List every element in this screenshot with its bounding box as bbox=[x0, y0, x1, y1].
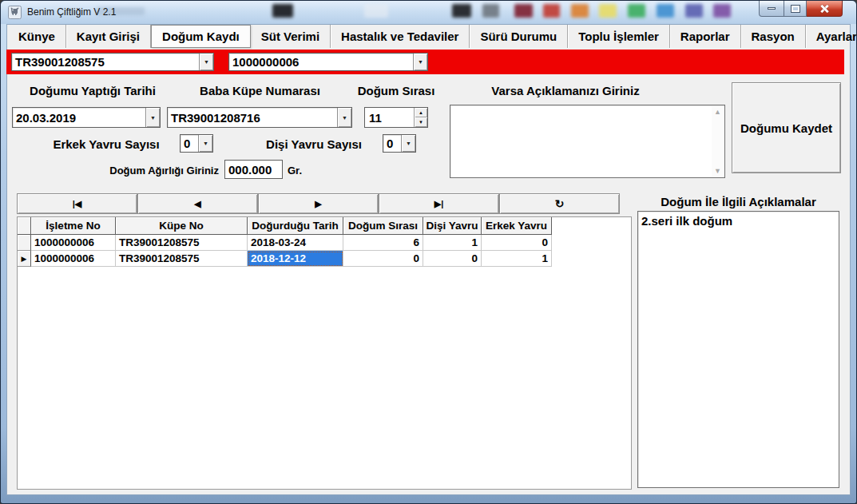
animal-tag-value: TR39001208575 bbox=[12, 54, 199, 70]
maximize-button[interactable] bbox=[784, 1, 807, 17]
tab-ayarlar[interactable]: Ayarlar bbox=[806, 25, 857, 48]
save-birth-button[interactable]: Doğumu Kaydet bbox=[732, 82, 841, 173]
column-header-erkek-yavru[interactable]: Erkek Yavru bbox=[482, 217, 552, 235]
grid-cell[interactable]: 0 bbox=[482, 235, 552, 251]
grid-cell[interactable]: 6 bbox=[343, 235, 423, 251]
grid-cell[interactable]: 1 bbox=[423, 235, 482, 251]
grid-cell-selected[interactable]: 2018-12-12 bbox=[248, 251, 343, 267]
birth-notes-text: 2.seri ilk doğum bbox=[641, 214, 732, 228]
spin-up-button[interactable]: ▲ bbox=[415, 108, 427, 117]
notes-textarea[interactable]: ▲ ▼ bbox=[450, 105, 725, 178]
nav-first-icon: |◀ bbox=[73, 199, 82, 209]
grid-cell[interactable]: 0 bbox=[343, 251, 423, 267]
notes-label: Varsa Açıklamanızı Giriniz bbox=[478, 84, 653, 97]
male-count-label: Erkek Yavru Sayısı bbox=[39, 137, 173, 151]
grid-cell[interactable]: TR39001208575 bbox=[116, 251, 248, 267]
dropdown-icon[interactable]: ▼ bbox=[199, 54, 213, 70]
column-header-disi-yavru[interactable]: Dişi Yavru bbox=[423, 217, 482, 235]
close-button[interactable] bbox=[807, 1, 843, 17]
tab-raporlar[interactable]: Raporlar bbox=[670, 25, 741, 48]
animal-tag-combobox[interactable]: TR39001208575 ▼ bbox=[11, 53, 214, 71]
birth-order-value: 11 bbox=[365, 108, 414, 127]
birth-notes-box[interactable]: 2.seri ilk doğum bbox=[637, 211, 839, 488]
grid-cell[interactable]: 1 bbox=[482, 251, 552, 267]
nav-previous-icon: ◀ bbox=[194, 199, 200, 209]
current-row-marker-icon: ▶ bbox=[18, 251, 31, 267]
tab-kunye[interactable]: Künye bbox=[8, 25, 66, 48]
nav-previous-button[interactable]: ◀ bbox=[137, 193, 258, 214]
dropdown-icon[interactable]: ▼ bbox=[337, 108, 351, 127]
titlebar[interactable]: Benim Çiftliğim V 2.1 bbox=[1, 1, 856, 24]
side-panel-title: Doğum İle İlgili Açıklamalar bbox=[637, 195, 839, 208]
scroll-up-icon[interactable]: ▲ bbox=[714, 108, 721, 116]
row-marker bbox=[18, 235, 31, 251]
tab-rasyon[interactable]: Rasyon bbox=[741, 25, 806, 48]
notes-scrollbar: ▲ ▼ bbox=[712, 106, 724, 177]
birth-date-label: Doğumu Yaptığı Tarihi bbox=[13, 84, 173, 97]
column-header-dogurdugu-tarih[interactable]: Doğurduğu Tarih bbox=[248, 217, 343, 235]
window-title: Benim Çiftliğim V 2.1 bbox=[27, 6, 116, 18]
male-count-combobox[interactable]: 0 ▼ bbox=[180, 134, 213, 153]
records-grid: İşletme No Küpe No Doğurduğu Tarih Doğum… bbox=[17, 216, 632, 490]
birth-date-value: 20.03.2019 bbox=[13, 108, 145, 127]
dropdown-icon[interactable]: ▼ bbox=[198, 135, 212, 152]
farm-no-value: 1000000006 bbox=[229, 54, 413, 70]
tab-kayit-girisi[interactable]: Kayıt Girişi bbox=[66, 25, 151, 48]
minimize-icon bbox=[768, 7, 776, 10]
refresh-icon: ↻ bbox=[555, 197, 565, 210]
dropdown-icon[interactable]: ▼ bbox=[145, 108, 160, 127]
tab-hastalik-ve-tedaviler[interactable]: Hastalık ve Tedaviler bbox=[331, 25, 470, 48]
dropdown-icon[interactable]: ▼ bbox=[401, 135, 415, 152]
grid-cell[interactable]: 0 bbox=[423, 251, 482, 267]
father-tag-label: Baba Küpe Numarası bbox=[187, 84, 333, 97]
column-header-isletme-no[interactable]: İşletme No bbox=[31, 217, 116, 235]
grid-cell[interactable]: TR39001208575 bbox=[116, 235, 248, 251]
male-count-value: 0 bbox=[181, 135, 198, 152]
female-count-label: Dişi Yavru Sayısı bbox=[253, 137, 375, 151]
nav-next-button[interactable]: ▶ bbox=[258, 193, 379, 214]
dropdown-icon[interactable]: ▼ bbox=[413, 54, 427, 70]
farm-no-combobox[interactable]: 1000000006 ▼ bbox=[228, 53, 428, 71]
app-window: Benim Çiftliğim V 2.1 Künye Kayıt Girişi… bbox=[0, 0, 857, 504]
weight-label: Doğum Ağırlığı Giriniz bbox=[99, 165, 219, 177]
nav-last-icon: ▶| bbox=[434, 199, 444, 209]
female-count-value: 0 bbox=[383, 135, 401, 152]
female-count-combobox[interactable]: 0 ▼ bbox=[383, 134, 416, 153]
birth-date-combobox[interactable]: 20.03.2019 ▼ bbox=[12, 107, 161, 128]
tab-dogum-kaydi[interactable]: Doğum Kaydı bbox=[151, 25, 251, 48]
tab-toplu-islemler[interactable]: Toplu İşlemler bbox=[568, 25, 670, 48]
column-header-dogum-sirasi[interactable]: Doğum Sırası bbox=[343, 217, 423, 235]
tab-suru-durumu[interactable]: Sürü Durumu bbox=[470, 25, 568, 48]
maximize-icon bbox=[792, 6, 799, 12]
nav-refresh-button[interactable]: ↻ bbox=[499, 193, 620, 214]
column-header-kupe-no[interactable]: Küpe No bbox=[116, 217, 248, 235]
father-tag-value: TR39001208716 bbox=[168, 108, 337, 127]
row-marker-header bbox=[18, 217, 31, 235]
window-controls bbox=[759, 1, 843, 17]
grid-cell[interactable]: 1000000006 bbox=[31, 251, 116, 267]
birth-order-spinner[interactable]: 11 ▲ ▼ bbox=[364, 107, 428, 128]
birth-order-label: Doğum Sırası bbox=[353, 84, 439, 97]
spin-down-button[interactable]: ▼ bbox=[415, 117, 427, 127]
weight-unit-label: Gr. bbox=[288, 165, 302, 177]
close-icon bbox=[819, 4, 829, 14]
nav-last-button[interactable]: ▶| bbox=[379, 193, 499, 214]
nav-next-icon: ▶ bbox=[315, 199, 321, 209]
nav-first-button[interactable]: |◀ bbox=[17, 193, 137, 214]
minimize-button[interactable] bbox=[759, 1, 784, 17]
weight-input[interactable] bbox=[224, 160, 283, 179]
grid-cell[interactable]: 2018-03-24 bbox=[248, 235, 343, 251]
goat-icon bbox=[8, 6, 22, 19]
tab-bar: Künye Kayıt Girişi Doğum Kaydı Süt Verim… bbox=[8, 25, 849, 48]
tab-sut-verimi[interactable]: Süt Verimi bbox=[251, 25, 331, 48]
grid-cell[interactable]: 1000000006 bbox=[31, 235, 116, 251]
scroll-down-icon[interactable]: ▼ bbox=[714, 167, 721, 175]
father-tag-combobox[interactable]: TR39001208716 ▼ bbox=[167, 107, 352, 128]
